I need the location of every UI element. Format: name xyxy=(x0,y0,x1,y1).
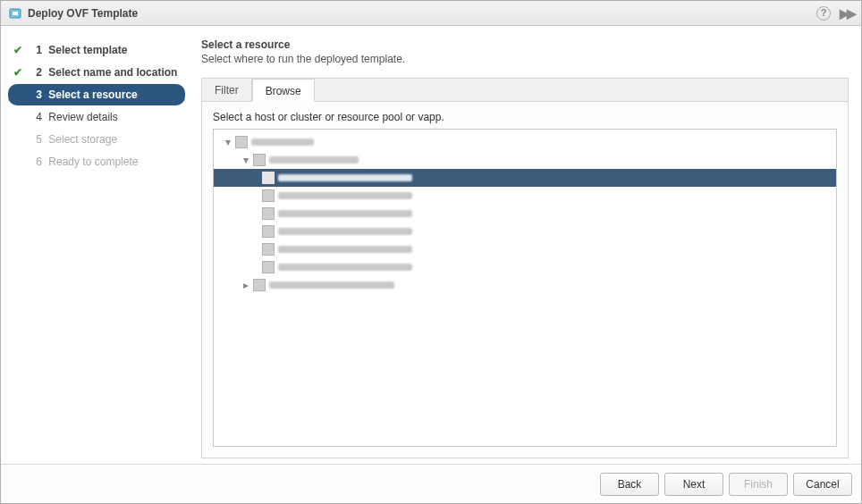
tree-host-standalone[interactable]: ▸ xyxy=(214,276,836,294)
tab-browse-panel: Select a host or cluster or resource poo… xyxy=(201,101,849,458)
tree-host[interactable] xyxy=(214,258,836,276)
check-icon: ✔ xyxy=(13,66,24,79)
wizard-steps: ✔ 1 Select template ✔ 2 Select name and … xyxy=(1,26,192,464)
tree-item-label xyxy=(278,264,412,271)
tree-host[interactable] xyxy=(214,223,836,240)
expand-icon[interactable]: ▸ xyxy=(241,279,251,291)
host-icon xyxy=(262,225,275,238)
step-select-template[interactable]: ✔ 1 Select template xyxy=(8,39,185,61)
wizard-content: Select a resource Select where to run th… xyxy=(192,26,861,464)
dialog-body: ✔ 1 Select template ✔ 2 Select name and … xyxy=(1,26,861,464)
step-label: Review details xyxy=(48,111,117,123)
host-icon xyxy=(262,243,275,256)
tree-host[interactable] xyxy=(214,169,836,187)
titlebar: Deploy OVF Template ? ▶▶ xyxy=(1,1,861,26)
collapse-icon[interactable]: ▾ xyxy=(223,136,233,148)
dialog-footer: Back Next Finish Cancel xyxy=(1,464,861,503)
back-button[interactable]: Back xyxy=(600,473,659,496)
tree-datacenter[interactable]: ▾ xyxy=(214,133,836,151)
host-icon xyxy=(262,261,275,273)
expand-icon[interactable]: ▶▶ xyxy=(840,6,854,21)
step-select-storage: ✔ 5 Select storage xyxy=(8,129,185,150)
collapse-icon[interactable]: ▾ xyxy=(241,154,251,166)
tree-cluster[interactable]: ▾ xyxy=(214,151,836,169)
tree-item-label xyxy=(251,139,314,146)
ovf-icon xyxy=(8,6,22,21)
tree-item-label xyxy=(278,192,412,199)
tree-item-label xyxy=(278,210,412,217)
next-button[interactable]: Next xyxy=(664,473,723,496)
step-label: Select template xyxy=(48,44,127,56)
resource-tree[interactable]: ▾ ▾ xyxy=(213,129,837,447)
svg-rect-1 xyxy=(13,12,18,15)
tree-host[interactable] xyxy=(214,205,836,223)
cancel-button[interactable]: Cancel xyxy=(793,473,852,496)
host-icon xyxy=(262,207,275,220)
tree-item-label xyxy=(278,174,412,181)
deploy-ovf-dialog: Deploy OVF Template ? ▶▶ ✔ 1 Select temp… xyxy=(0,0,862,504)
host-icon xyxy=(253,279,266,291)
tab-filter[interactable]: Filter xyxy=(202,79,252,101)
step-ready-complete: ✔ 6 Ready to complete xyxy=(8,151,185,172)
tree-item-label xyxy=(278,246,412,253)
tree-item-label xyxy=(278,228,412,235)
host-icon xyxy=(262,172,275,184)
browse-hint: Select a host or cluster or resource poo… xyxy=(213,111,837,123)
step-label: Select name and location xyxy=(48,66,177,79)
dialog-title: Deploy OVF Template xyxy=(28,7,138,20)
tree-host[interactable] xyxy=(214,240,836,258)
tab-browse[interactable]: Browse xyxy=(252,79,315,102)
step-select-resource[interactable]: ✔ 3 Select a resource xyxy=(8,84,185,105)
step-label: Select a resource xyxy=(48,88,137,101)
tree-item-label xyxy=(269,281,394,289)
step-select-name-location[interactable]: ✔ 2 Select name and location xyxy=(8,62,185,83)
host-icon xyxy=(262,189,275,202)
tree-item-label xyxy=(269,156,359,164)
datacenter-icon xyxy=(235,136,248,148)
finish-button: Finish xyxy=(729,473,788,496)
tree-host[interactable] xyxy=(214,187,836,205)
step-review-details[interactable]: ✔ 4 Review details xyxy=(8,106,185,128)
check-icon: ✔ xyxy=(13,44,24,56)
tabbar: Filter Browse xyxy=(201,78,849,101)
page-title: Select a resource xyxy=(201,38,849,51)
help-icon[interactable]: ? xyxy=(816,6,831,21)
step-label: Select storage xyxy=(48,133,117,146)
step-label: Ready to complete xyxy=(48,155,138,168)
page-description: Select where to run the deployed templat… xyxy=(201,53,849,65)
cluster-icon xyxy=(253,154,266,166)
